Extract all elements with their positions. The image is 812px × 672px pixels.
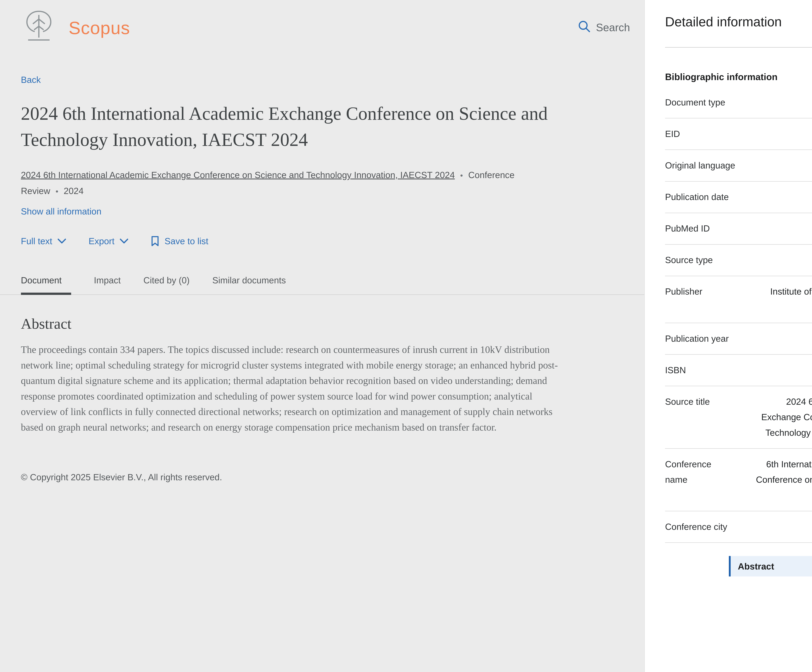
year-text: 2024 (64, 186, 84, 196)
info-label: ISBN (665, 363, 686, 378)
top-bar: Scopus Search (0, 0, 644, 43)
info-row-source-type: Source type Conference Proceedings (665, 245, 812, 276)
action-toolbar: Full text Export (21, 236, 623, 246)
info-label: Conference city (665, 519, 727, 535)
tab-document[interactable]: Document (21, 275, 71, 295)
info-row-publication-date: Publication date 2024 (665, 182, 812, 213)
bibliographic-info-table: Document type Conference Review EID 2-s2… (665, 87, 812, 543)
separator-dot: • (460, 171, 463, 180)
panel-title: Detailed information (665, 14, 782, 29)
info-label: Original language (665, 158, 735, 173)
bibliographic-section-heading: Bibliographic information (665, 72, 812, 82)
panel-body: Bibliographic information Document type … (645, 72, 812, 576)
panel-divider (665, 47, 812, 48)
info-label: Publication date (665, 189, 729, 205)
info-row-publication-year: Publication year 2024 (665, 323, 812, 355)
info-label: Publication year (665, 331, 729, 347)
scopus-page: Scopus Search Back 2024 6th Internationa… (0, 0, 812, 672)
save-to-list-label: Save to list (164, 236, 208, 246)
info-label: PubMed ID (665, 221, 710, 236)
panel-nav-item-abstract[interactable]: Abstract (729, 556, 812, 576)
info-row-document-type: Document type Conference Review (665, 87, 812, 118)
document-scroll-region: Back 2024 6th International Academic Exc… (0, 43, 644, 500)
info-label: Source title (665, 394, 710, 410)
abstract-text: The proceedings contain 334 papers. The … (21, 342, 570, 435)
detailed-information-panel: Detailed information Bibliographic infor… (644, 0, 812, 672)
info-row-pubmed-id: PubMed ID (665, 213, 812, 245)
chevron-down-icon (58, 238, 66, 244)
back-link[interactable]: Back (21, 75, 41, 85)
info-row-eid: EID 2-s2.0-105015954438 (665, 118, 812, 150)
separator-dot: • (56, 187, 58, 196)
copyright-notice: © Copyright 2025 Elsevier B.V., All righ… (21, 472, 623, 482)
info-value: Institute of Electrical and Electronics … (752, 284, 812, 315)
show-all-information-link[interactable]: Show all information (21, 206, 101, 217)
panel-nav-item-label: Abstract (738, 561, 774, 571)
info-row-original-language: Original language English (665, 150, 812, 181)
info-row-isbn: ISBN 979-833150713-8 (665, 355, 812, 386)
full-text-label: Full text (21, 236, 52, 246)
tab-impact[interactable]: Impact (94, 275, 121, 295)
info-label: Publisher (665, 284, 702, 299)
bookmark-icon (151, 236, 159, 246)
export-label: Export (89, 236, 114, 246)
panel-header: Detailed information (645, 0, 812, 33)
save-to-list-button[interactable]: Save to list (151, 236, 208, 246)
full-text-dropdown-button[interactable]: Full text (21, 236, 66, 246)
info-row-conference-city: Conference city Hybrid, Guangzhou (665, 511, 812, 543)
search-icon (578, 20, 591, 35)
document-title: 2024 6th International Academic Exchange… (21, 101, 552, 153)
source-line: 2024 6th International Academic Exchange… (21, 168, 558, 199)
chevron-down-icon (120, 238, 128, 244)
info-row-source-title: Source title 2024 6th International Acad… (665, 386, 812, 449)
info-label: EID (665, 126, 680, 142)
export-dropdown-button[interactable]: Export (89, 236, 128, 246)
info-row-conference-name: Conference name 6th International Academ… (665, 449, 812, 511)
main-content-area: Scopus Search Back 2024 6th Internationa… (0, 0, 644, 672)
search-label: Search (596, 21, 630, 34)
info-label: Conference name (665, 457, 714, 487)
search-button[interactable]: Search (578, 20, 630, 35)
abstract-heading: Abstract (21, 315, 623, 332)
scopus-wordmark: Scopus (68, 17, 130, 38)
info-value: 2024 6th International Academic Exchange… (752, 394, 812, 441)
tab-cited-by[interactable]: Cited by (0) (143, 275, 190, 295)
tab-similar-documents[interactable]: Similar documents (212, 275, 286, 295)
source-title-link[interactable]: 2024 6th International Academic Exchange… (21, 170, 455, 180)
elsevier-tree-logo-icon (21, 9, 57, 44)
info-row-publisher: Publisher Institute of Electrical and El… (665, 276, 812, 323)
info-value: 6th International Academic Exchange Conf… (752, 457, 812, 503)
document-tabs: Document Impact Cited by (0) Similar doc… (0, 275, 644, 295)
info-label: Source type (665, 252, 713, 268)
scopus-brand-link[interactable]: Scopus (21, 9, 130, 44)
info-label: Document type (665, 95, 725, 110)
